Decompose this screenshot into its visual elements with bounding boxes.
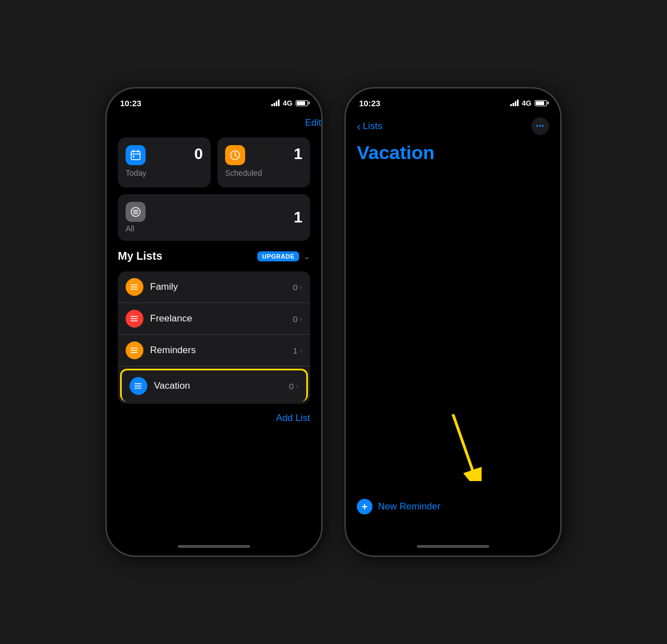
reminders-icon (126, 341, 143, 359)
vacation-chevron-icon: › (296, 382, 298, 390)
edit-button[interactable]: Edit (305, 117, 321, 128)
signal-icon (271, 100, 280, 106)
vacation-icon (130, 377, 147, 395)
today-icon (126, 145, 146, 165)
new-reminder-label: New Reminder (378, 501, 440, 512)
svg-line-7 (235, 155, 237, 157)
freelance-count: 0 (293, 314, 297, 324)
new-reminder-icon: + (357, 499, 372, 514)
svg-point-35 (135, 388, 136, 389)
add-list-button[interactable]: Add List (276, 413, 310, 424)
svg-point-33 (135, 383, 136, 384)
all-count: 1 (293, 209, 302, 226)
smart-grid: 0 Today 1 (118, 137, 310, 187)
vacation-count: 0 (289, 382, 293, 391)
freelance-icon (126, 310, 143, 328)
svg-point-16 (131, 286, 132, 288)
vacation-meta: 0 › (289, 382, 298, 391)
freelance-meta: 0 › (293, 314, 302, 324)
back-label: Lists (363, 121, 382, 132)
back-chevron-icon: ‹ (357, 120, 361, 133)
home-bar-2 (417, 545, 489, 548)
family-chevron-icon: › (300, 283, 302, 291)
scheduled-label: Scheduled (225, 169, 302, 177)
back-button[interactable]: ‹ Lists (357, 120, 382, 133)
today-label: Today (126, 169, 203, 177)
all-icon (126, 202, 146, 222)
reminders-meta: 1 › (293, 346, 302, 355)
more-icon: ••• (536, 122, 545, 130)
status-icons-1: 4G (271, 99, 308, 107)
battery-icon-2 (535, 100, 547, 106)
screen2-content: + New Reminder (346, 164, 560, 537)
freelance-chevron-icon: › (300, 314, 302, 323)
family-meta: 0 › (293, 283, 302, 292)
today-card[interactable]: 0 Today (118, 137, 211, 187)
list-item-freelance[interactable]: Freelance 0 › (118, 303, 310, 335)
all-card[interactable]: All 1 (118, 194, 310, 241)
all-label: All (126, 224, 146, 233)
home-indicator-2 (346, 537, 560, 556)
list-item-vacation[interactable]: Vacation 0 › (120, 369, 308, 402)
section-header-right: UPGRADE ⌄ (257, 251, 310, 261)
status-icons-2: 4G (510, 99, 547, 107)
status-bar-1: 10:23 4G (107, 88, 321, 113)
nav-bar: Edit (107, 113, 321, 137)
section-header: My Lists UPGRADE ⌄ (118, 247, 310, 265)
network-label: 4G (283, 99, 292, 107)
svg-point-29 (131, 352, 132, 353)
vacation-detail-title: Vacation (346, 135, 560, 164)
svg-point-28 (131, 350, 132, 351)
yellow-arrow-icon (442, 414, 486, 481)
reminders-name: Reminders (150, 345, 293, 356)
scheduled-count: 1 (293, 145, 302, 163)
family-count: 0 (293, 283, 297, 292)
svg-point-17 (131, 289, 132, 290)
freelance-name: Freelance (150, 313, 293, 324)
today-count: 0 (194, 145, 203, 163)
scheduled-icon (225, 145, 245, 165)
signal-icon-2 (510, 100, 519, 106)
svg-point-21 (131, 316, 132, 317)
status-bar-2: 10:23 4G (346, 88, 560, 113)
list-item-reminders[interactable]: Reminders 1 › (118, 335, 310, 366)
phone-2: 10:23 4G ‹ Lists ••• (345, 87, 561, 557)
family-name: Family (150, 281, 293, 293)
screen2-header: ‹ Lists ••• (346, 113, 560, 135)
more-button[interactable]: ••• (531, 117, 549, 135)
vacation-name: Vacation (154, 380, 289, 392)
chevron-down-icon[interactable]: ⌄ (303, 252, 310, 261)
status-time-2: 10:23 (359, 98, 380, 108)
svg-rect-4 (133, 156, 135, 157)
status-time-1: 10:23 (120, 98, 141, 108)
new-reminder-bar[interactable]: + New Reminder (346, 499, 560, 514)
battery-icon (296, 100, 308, 106)
reminders-count: 1 (293, 346, 297, 355)
section-title: My Lists (118, 250, 162, 262)
phone-1: 10:23 4G Edit (106, 87, 322, 557)
svg-line-37 (453, 414, 472, 470)
upgrade-badge[interactable]: UPGRADE (257, 251, 299, 261)
list-container: Family 0 › (118, 271, 310, 404)
network-label-2: 4G (522, 99, 531, 107)
svg-point-15 (131, 284, 132, 285)
svg-point-22 (131, 318, 132, 319)
bottom-bar: Add List (118, 404, 310, 428)
screen-content-1: 0 Today 1 (107, 137, 321, 537)
reminders-chevron-icon: › (300, 346, 302, 355)
home-indicator-1 (107, 537, 321, 556)
svg-point-27 (131, 348, 132, 349)
svg-rect-0 (131, 151, 140, 160)
scheduled-card[interactable]: 1 Scheduled (217, 137, 310, 187)
svg-point-34 (135, 385, 136, 387)
svg-point-23 (131, 320, 132, 321)
family-icon (126, 278, 143, 296)
list-item-family[interactable]: Family 0 › (118, 271, 310, 303)
home-bar-1 (178, 545, 250, 548)
